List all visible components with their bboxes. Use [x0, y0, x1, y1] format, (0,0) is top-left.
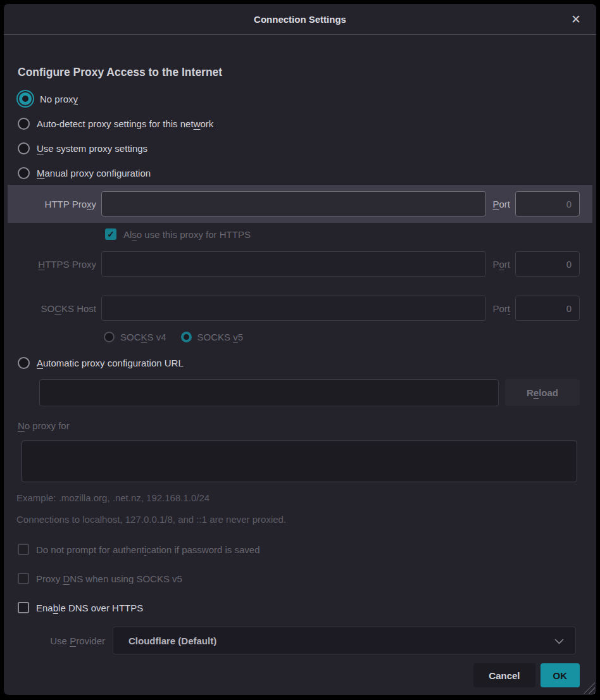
https-port-label: Port — [492, 259, 510, 270]
resize-grip[interactable] — [584, 682, 595, 694]
page-title: Configure Proxy Access to the Internet — [18, 64, 596, 80]
http-port-label: Port — [492, 199, 510, 209]
http-proxy-input[interactable] — [101, 191, 486, 216]
radio-label-auto-detect: Auto-detect proxy settings for this netw… — [37, 118, 213, 129]
radio-row-auto-url[interactable]: Automatic proxy configuration URL — [4, 354, 596, 371]
proxy-dns-checkbox[interactable] — [18, 573, 29, 584]
dialog-footer: Cancel OK — [4, 663, 580, 687]
radio-label-no-proxy: No proxy — [40, 94, 78, 104]
enable-doh-label: Enable DNS over HTTPS — [36, 603, 143, 613]
no-proxy-example-text: Example: .mozilla.org, .net.nz, 192.168.… — [16, 491, 596, 505]
https-proxy-label: HTTPS Proxy — [4, 259, 101, 270]
auto-url-row: Reload — [39, 378, 580, 406]
http-proxy-row: HTTP Proxy Port — [8, 185, 592, 223]
no-prompt-label: Do not prompt for authentication if pass… — [36, 544, 260, 555]
socks-host-input[interactable] — [101, 296, 486, 321]
no-prompt-row[interactable]: Do not prompt for authentication if pass… — [4, 542, 596, 557]
also-https-label: Also use this proxy for HTTPS — [123, 229, 251, 240]
enable-doh-row[interactable]: Enable DNS over HTTPS — [4, 600, 596, 615]
radio-label-socks-v4: SOCKS v4 — [120, 332, 166, 342]
socks-port-label: Port — [492, 303, 510, 314]
https-proxy-input[interactable] — [101, 251, 486, 277]
localhost-note-text: Connections to localhost, 127.0.0.1/8, a… — [16, 513, 596, 527]
enable-doh-checkbox[interactable] — [18, 602, 29, 613]
radio-row-no-proxy[interactable]: No proxy — [4, 91, 596, 107]
radio-row-use-system[interactable]: Use system proxy settings — [4, 140, 596, 156]
no-prompt-checkbox[interactable] — [18, 544, 29, 555]
socks-version-row: SOCKS v4 SOCKS v5 — [4, 329, 596, 344]
radio-row-manual[interactable]: Manual proxy configuration — [4, 165, 596, 181]
radio-label-manual: Manual proxy configuration — [37, 168, 151, 178]
provider-select[interactable]: Cloudflare (Default) — [113, 627, 576, 654]
http-port-input[interactable] — [515, 191, 580, 216]
radio-label-use-system: Use system proxy settings — [37, 143, 147, 154]
https-proxy-row: HTTPS Proxy Port — [4, 251, 580, 277]
also-https-checkbox[interactable]: ✓ — [105, 228, 116, 240]
also-https-row[interactable]: ✓ Also use this proxy for HTTPS — [4, 227, 596, 242]
close-icon[interactable]: ✕ — [567, 10, 585, 28]
provider-row: Use Provider Cloudflare (Default) — [4, 627, 576, 654]
no-proxy-for-textarea[interactable] — [22, 441, 577, 482]
radio-row-auto-detect[interactable]: Auto-detect proxy settings for this netw… — [4, 115, 596, 132]
socks-host-row: SOCKS Host Port — [4, 295, 580, 322]
auto-url-input[interactable] — [39, 379, 499, 406]
socks-host-label: SOCKS Host — [4, 303, 101, 314]
ok-button[interactable]: OK — [541, 663, 580, 687]
provider-selected-value: Cloudflare (Default) — [128, 635, 554, 646]
proxy-dns-label: Proxy DNS when using SOCKS v5 — [36, 573, 182, 584]
radio-auto-url[interactable] — [18, 357, 30, 369]
no-proxy-for-label: No proxy for — [18, 420, 596, 435]
radio-auto-detect[interactable] — [18, 118, 30, 130]
reload-button[interactable]: Reload — [505, 379, 580, 406]
dialog-title: Connection Settings — [254, 14, 346, 25]
http-proxy-label: HTTP Proxy — [8, 199, 101, 209]
connection-settings-dialog: Connection Settings ✕ Configure Proxy Ac… — [4, 4, 596, 695]
chevron-down-icon — [554, 635, 564, 646]
radio-no-proxy[interactable] — [19, 92, 32, 105]
proxy-dns-row[interactable]: Proxy DNS when using SOCKS v5 — [4, 571, 596, 586]
radio-socks-v5[interactable] — [181, 332, 192, 342]
radio-label-auto-url: Automatic proxy configuration URL — [37, 358, 184, 368]
https-port-input[interactable] — [515, 251, 580, 277]
radio-use-system[interactable] — [18, 142, 30, 154]
socks-port-input[interactable] — [515, 296, 580, 321]
radio-socks-v4[interactable] — [104, 332, 115, 342]
radio-manual[interactable] — [18, 167, 30, 179]
dialog-titlebar: Connection Settings ✕ — [4, 4, 596, 35]
use-provider-label: Use Provider — [4, 635, 105, 646]
radio-label-socks-v5: SOCKS v5 — [197, 332, 244, 342]
cancel-button[interactable]: Cancel — [473, 663, 535, 687]
